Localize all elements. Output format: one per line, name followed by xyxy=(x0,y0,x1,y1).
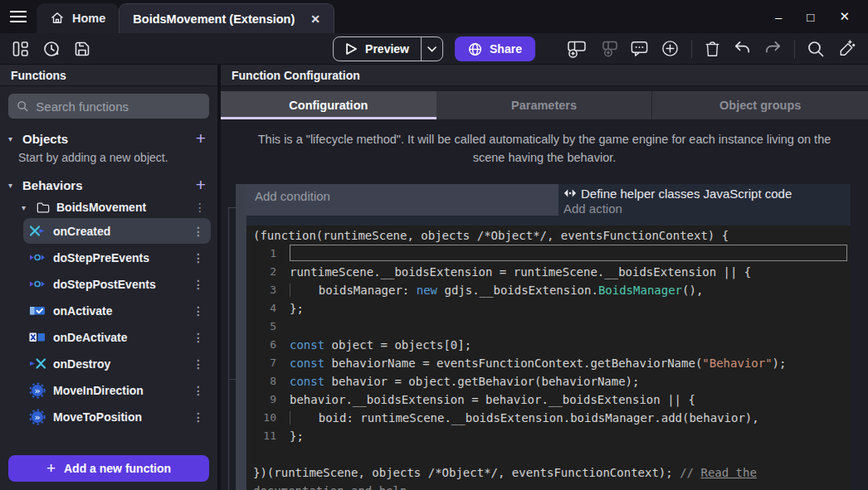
kebab-menu-icon[interactable]: ⋮ xyxy=(193,384,204,397)
share-button[interactable]: Share xyxy=(455,36,535,61)
function-label: doStepPostEvents xyxy=(53,278,156,291)
add-condition-cell[interactable]: Add condition xyxy=(246,184,558,216)
code-text: boid: runtimeScene.__boidsExtension.boid… xyxy=(290,409,759,427)
tab-object-groups[interactable]: Object groups xyxy=(651,91,868,119)
minimize-button[interactable]: – xyxy=(775,10,782,24)
preview-button[interactable]: Preview xyxy=(333,36,443,61)
code-token: behavior.__boidsExtension = behavior.__b… xyxy=(290,393,695,406)
undo-button[interactable] xyxy=(733,40,752,57)
active-line-cursor[interactable] xyxy=(290,245,847,261)
indent-guide xyxy=(228,207,229,490)
code-line-9[interactable]: 9behavior.__boidsExtension = behavior.__… xyxy=(246,391,851,409)
documentation-link[interactable]: Read the xyxy=(700,466,756,479)
objects-section-header[interactable]: ▾ Objects + xyxy=(0,126,217,151)
search-events-button[interactable] xyxy=(807,40,825,58)
code-token: (), xyxy=(682,284,703,297)
kebab-menu-icon[interactable]: ⋮ xyxy=(193,304,204,318)
add-event-button[interactable] xyxy=(567,39,587,59)
add-comment-button[interactable] xyxy=(630,39,649,58)
code-line-6[interactable]: 6const object = objects[0]; xyxy=(246,336,851,354)
delete-button[interactable] xyxy=(704,40,721,58)
chevron-down-icon[interactable]: ▾ xyxy=(22,203,30,212)
behaviors-section-header[interactable]: ▾ Behaviors + xyxy=(0,172,217,197)
code-token: "Behavior" xyxy=(702,357,772,370)
code-line-11[interactable]: 11}; xyxy=(246,427,851,445)
preview-button-main[interactable]: Preview xyxy=(334,37,421,61)
kebab-menu-icon[interactable]: ⋮ xyxy=(194,201,206,214)
version-history-button[interactable] xyxy=(42,40,61,58)
sidebar-function-doStepPreEvents[interactable]: doStepPreEvents⋮ xyxy=(23,245,211,270)
add-object-button[interactable]: + xyxy=(196,131,206,146)
redo-button[interactable] xyxy=(763,40,783,57)
kebab-menu-icon[interactable]: ⋮ xyxy=(193,225,204,238)
code-line-2[interactable]: 2runtimeScene.__boidsExtension = runtime… xyxy=(246,263,851,281)
close-tab-icon[interactable]: ✕ xyxy=(310,12,320,26)
kebab-menu-icon[interactable]: ⋮ xyxy=(193,357,204,371)
js-event-block: Add condition Define xyxy=(236,184,851,490)
chevron-down-icon[interactable]: ▾ xyxy=(8,181,17,190)
main-panel: Function Configuration ConfigurationPara… xyxy=(217,65,868,490)
magic-pen-icon xyxy=(836,39,856,58)
sidebar-function-onDeActivate[interactable]: onDeActivate⋮ xyxy=(23,324,211,350)
code-token: ); xyxy=(773,357,787,370)
documentation-link[interactable]: documentation and help xyxy=(253,484,407,490)
save-button[interactable] xyxy=(73,40,91,58)
js-event-title-row[interactable]: Define helper classes JavaScript code xyxy=(563,187,849,201)
tab-parameters[interactable]: Parameters xyxy=(436,91,652,119)
code-line-3[interactable]: 3 boidsManager: new gdjs.__boidsExtensio… xyxy=(246,281,851,299)
behavior-folder-label: BoidsMovement xyxy=(56,201,146,214)
kebab-menu-icon[interactable]: ⋮ xyxy=(193,251,204,264)
objects-empty-note: Start by adding a new object. xyxy=(0,151,217,172)
share-label: Share xyxy=(490,42,522,56)
search-field[interactable] xyxy=(8,94,209,119)
add-behavior-button[interactable]: + xyxy=(196,177,206,192)
tab-home[interactable]: Home xyxy=(37,3,119,33)
code-text: boidsManager: new gdjs.__boidsExtension.… xyxy=(290,281,703,299)
preview-dropdown-button[interactable] xyxy=(421,37,442,61)
step-icon xyxy=(29,250,46,265)
save-icon xyxy=(73,40,91,58)
tab-extension[interactable]: BoidsMovement (Extension) ✕ xyxy=(119,3,334,33)
close-window-button[interactable]: ✕ xyxy=(839,9,850,24)
search-wrap xyxy=(0,86,217,126)
kebab-menu-icon[interactable]: ⋮ xyxy=(193,331,204,344)
code-line-1[interactable]: 1 xyxy=(246,245,851,263)
sidebar-function-doStepPostEvents[interactable]: doStepPostEvents⋮ xyxy=(23,271,211,297)
code-editor[interactable]: (function(runtimeScene, objects /*Object… xyxy=(246,226,851,490)
code-line-7[interactable]: 7const behaviorName = eventsFunctionCont… xyxy=(246,354,851,372)
code-text: }; xyxy=(290,299,304,318)
chevron-down-icon[interactable]: ▾ xyxy=(8,134,17,143)
maximize-button[interactable]: □ xyxy=(807,10,814,24)
hamburger-menu-button[interactable] xyxy=(0,0,37,33)
project-manager-button[interactable] xyxy=(12,40,30,58)
code-line-10[interactable]: 10 boid: runtimeScene.__boidsExtension.b… xyxy=(246,409,851,427)
sidebar-function-onDestroy[interactable]: onDestroy⋮ xyxy=(23,351,211,376)
behavior-folder-row[interactable]: ▾ BoidsMovement ⋮ xyxy=(0,197,217,217)
sidebar-function-MoveInDirection[interactable]: »MoveInDirection⋮ xyxy=(23,377,211,403)
function-label: doStepPreEvents xyxy=(53,251,149,264)
sidebar-function-onCreated[interactable]: onCreated⋮ xyxy=(23,218,211,244)
add-subevent-button[interactable] xyxy=(598,39,618,59)
sidebar-function-onActivate[interactable]: onActivate⋮ xyxy=(23,298,211,323)
kebab-menu-icon[interactable]: ⋮ xyxy=(193,410,204,424)
code-token: behaviorName = eventsFunctionContext.get… xyxy=(324,357,702,370)
step-icon xyxy=(29,276,46,292)
add-function-button[interactable]: + Add a new function xyxy=(8,455,209,482)
tab-configuration[interactable]: Configuration xyxy=(221,91,436,119)
kebab-menu-icon[interactable]: ⋮ xyxy=(193,278,204,291)
lifecycle-description: This is a "lifecycle method". It will be… xyxy=(221,119,868,177)
sidebar-function-MoveToPosition[interactable]: »MoveToPosition⋮ xyxy=(23,404,211,429)
code-wrapper-header: (function(runtimeScene, objects /*Object… xyxy=(246,226,851,245)
search-functions-input[interactable] xyxy=(36,99,201,114)
choose-event-button[interactable] xyxy=(661,39,680,58)
code-line-8[interactable]: 8const behavior = object.getBehavior(beh… xyxy=(246,372,851,391)
add-action-cell[interactable]: Add action xyxy=(563,201,849,216)
code-token: const xyxy=(290,375,324,388)
code-line-5[interactable]: 5 xyxy=(246,318,851,336)
svg-text:»: » xyxy=(34,411,40,422)
config-tabs: ConfigurationParametersObject groups xyxy=(221,91,868,119)
event-drag-handle[interactable] xyxy=(236,184,246,490)
magic-pen-button[interactable] xyxy=(836,39,856,58)
toolbar-center-group: Preview Share xyxy=(333,33,535,65)
code-line-4[interactable]: 4}; xyxy=(246,299,851,318)
